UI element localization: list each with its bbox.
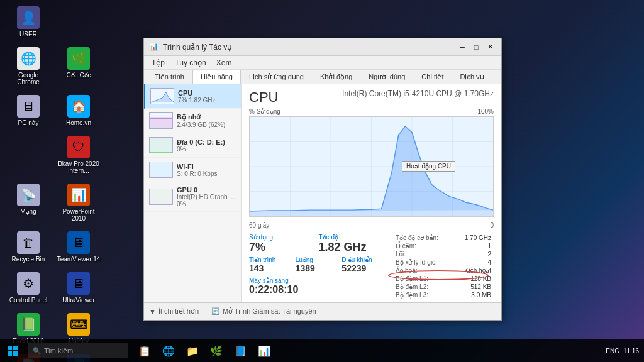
l1-label: Bộ đệm L1: [393, 275, 453, 283]
wifi-mini-graph [149, 162, 173, 178]
usage-max-text: 100% [477, 108, 494, 115]
svg-rect-16 [13, 351, 18, 356]
sidebar-item-gpu[interactable]: GPU 0 Intel(R) HD Graphics Fam... 0% [144, 182, 241, 212]
menu-view[interactable]: Xem [211, 57, 237, 69]
desktop-icon-control[interactable]: ⚙ Control Panel [6, 272, 50, 304]
tab-lich-su[interactable]: Lịch sử ứng dụng [241, 70, 312, 84]
gpu-sidebar-name: GPU 0 [177, 186, 236, 194]
desktop-icon-home[interactable]: 🏠 Home.vn [57, 95, 101, 126]
cpu-model-name: Intel(R) Core(TM) i5-4210U CPU @ 1.70GHz [342, 89, 494, 98]
taskbar-item-4[interactable]: 🌿 [205, 339, 228, 362]
search-icon: 🔍 [33, 347, 42, 355]
icon-label-coccoc: Cốc Cốc [66, 72, 91, 79]
close-button[interactable]: ✕ [484, 41, 496, 53]
svg-rect-3 [150, 189, 173, 205]
sidebar-item-memory[interactable]: Bộ nhớ 2.4/3.9 GB (62%) [144, 109, 241, 133]
taskbar-item-2[interactable]: 🌐 [157, 339, 180, 362]
tab-tien-trinh[interactable]: Tiến trình [147, 70, 192, 84]
cpu-sidebar-detail: 7% 1.82 GHz [178, 97, 236, 104]
desktop-icons: 👤 USER 🌐 Google Chrome 🌿 Cốc Cốc 🖥 PC nà… [6, 6, 101, 362]
cpu-detail-panel: CPU Intel(R) Core(TM) i5-4210U CPU @ 1.7… [242, 84, 501, 302]
stats-row-1: Sử dụng 7% Tốc độ 1.82 GHz [249, 234, 388, 254]
minimize-button[interactable]: ─ [456, 41, 469, 53]
stat-threads-value: 1389 [296, 263, 342, 273]
desktop-icon-teamviewer[interactable]: 🖥 TeamViewer 14 [57, 231, 101, 263]
icon-label-bkav: Bkav Pro 2020 intern... [57, 160, 101, 174]
desktop-icon-bkav[interactable]: 🛡 Bkav Pro 2020 intern... [57, 136, 101, 174]
base-speed-value: 1.70 GHz [453, 234, 494, 242]
windows-icon [8, 346, 18, 356]
desktop-icon-mang[interactable]: 📡 Mạng [6, 184, 50, 222]
l2-value: 512 KB [453, 283, 494, 291]
taskbar-item-6[interactable]: 📊 [253, 339, 275, 362]
stat-speed-label: Tốc độ [319, 234, 389, 241]
taskbar-item-1[interactable]: 📋 [133, 339, 156, 362]
sidebar-item-wifi[interactable]: Wi-Fi S: 0 R: 0 Kbps [144, 158, 241, 182]
taskbar-lang: ENG [606, 348, 619, 354]
window-title: Trình quản lý Tác vụ [163, 43, 456, 52]
gpu-sidebar-detail: Intel(R) HD Graphics Fam... [177, 194, 236, 200]
logical-value: 4 [453, 258, 494, 266]
desktop-icon-user[interactable]: 👤 USER [6, 6, 50, 38]
resource-monitor-button[interactable]: 🔄 Mở Trình Giám sát Tài nguyên [211, 307, 316, 315]
stat-usage-value: 7% [249, 241, 319, 254]
desktop: 👤 USER 🌐 Google Chrome 🌿 Cốc Cốc 🖥 PC nà… [0, 0, 644, 362]
desktop-icon-powerpoint[interactable]: 📊 PowerPoint 2010 [57, 184, 101, 222]
menu-file[interactable]: Tệp [147, 57, 170, 69]
right-stats: Tốc độ cơ bản: 1.70 GHz Ổ cắm: 1 Lõi: 2 [393, 234, 494, 299]
monitor-icon: 🔄 [211, 307, 220, 315]
taskbar-right: ENG 11:16 [606, 348, 644, 354]
stat-row-l1: Bộ đệm L1: 128 KB [393, 275, 494, 283]
taskbar-item-5[interactable]: 📘 [229, 339, 252, 362]
start-button[interactable] [0, 339, 25, 362]
stat-row-cores: Lõi: 2 [393, 250, 494, 258]
stats-row-2: Tiến trình 143 Luồng 1389 Điều khiển 522… [249, 256, 388, 273]
gpu-sidebar-extra: 0% [177, 200, 236, 207]
svg-rect-15 [8, 351, 12, 356]
cpu-title: CPU [249, 89, 278, 106]
desktop-icon-ultraviewer[interactable]: 🖥 UltraViewer [57, 272, 101, 304]
stat-handles-value: 52239 [341, 263, 388, 273]
window-icon: 📊 [149, 42, 159, 52]
taskbar-item-3[interactable]: 📁 [181, 339, 204, 362]
maximize-button[interactable]: □ [470, 41, 482, 53]
less-detail-label: Ít chi tiết hơn [158, 307, 199, 315]
memory-mini-graph [149, 112, 173, 129]
desktop-icon-pc[interactable]: 🖥 PC này [6, 95, 50, 126]
content-area: CPU 7% 1.82 GHz Bộ nhớ 2.4/3.9 GB (62%) [144, 84, 501, 302]
desktop-icon-coccoc[interactable]: 🌿 Cốc Cốc [57, 47, 101, 85]
sidebar-item-disk[interactable]: Đĩa 0 (C: D: E:) 0% [144, 133, 241, 158]
stat-usage: Sử dụng 7% [249, 234, 319, 254]
taskbar-clock: 11:16 [623, 348, 639, 354]
icon-label-control: Control Panel [9, 297, 48, 304]
desktop-icon-recycle[interactable]: 🗑 Recycle Bin [6, 231, 50, 263]
tab-nguoi-dung[interactable]: Người dùng [360, 70, 413, 84]
l2-label: Bộ đệm L2: [393, 283, 453, 291]
search-placeholder: Tìm kiếm [44, 347, 73, 355]
svg-rect-13 [8, 346, 12, 350]
taskbar-search[interactable]: 🔍 Tìm kiếm [28, 343, 128, 358]
active-label: Áo hoá: [393, 266, 453, 275]
task-manager-window: 📊 Trình quản lý Tác vụ ─ □ ✕ Tệp Tùy chọ… [143, 38, 502, 321]
tab-khoi-dong[interactable]: Khởi động [312, 70, 360, 84]
menu-options[interactable]: Tùy chọn [170, 57, 211, 69]
icon-label-powerpoint: PowerPoint 2010 [57, 208, 101, 222]
tab-chi-tiet[interactable]: Chi tiết [413, 70, 452, 84]
cpu-mini-graph [150, 88, 174, 104]
svg-rect-1 [150, 138, 173, 153]
sidebar: CPU 7% 1.82 GHz Bộ nhớ 2.4/3.9 GB (62%) [144, 84, 242, 302]
stats-area: Sử dụng 7% Tốc độ 1.82 GHz Tiế [249, 234, 494, 299]
l3-value: 3.0 MB [453, 291, 494, 299]
tab-hieu-nang[interactable]: Hiệu năng [192, 70, 241, 84]
logical-label: Bộ xử lý lô-gic: [393, 258, 453, 266]
memory-sidebar-info: Bộ nhớ 2.4/3.9 GB (62%) [177, 113, 236, 128]
less-detail-button[interactable]: ▼ Ít chi tiết hơn [149, 307, 199, 315]
desktop-icon-chrome[interactable]: 🌐 Google Chrome [6, 47, 50, 85]
tab-dich-vu[interactable]: Dịch vụ [452, 70, 492, 84]
stat-threads: Luồng 1389 [296, 256, 342, 273]
time-label-left: 60 giây [249, 222, 269, 229]
disk-sidebar-detail: 0% [177, 146, 236, 153]
svg-rect-0 [150, 117, 173, 129]
icon-label-pc: PC này [18, 119, 39, 126]
sidebar-item-cpu[interactable]: CPU 7% 1.82 GHz [144, 84, 241, 109]
